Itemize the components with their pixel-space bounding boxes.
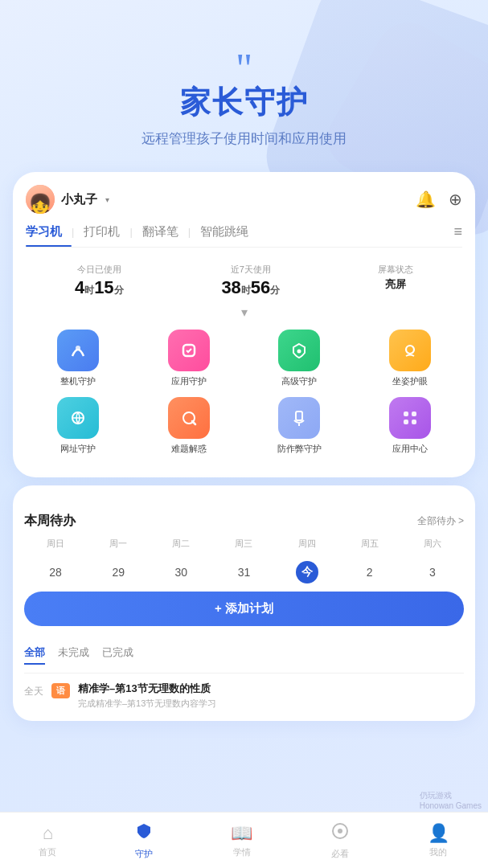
nav-home-label: 首页 xyxy=(39,846,56,858)
nav-mine-label: 我的 xyxy=(429,846,447,858)
app-wangzhi-icon xyxy=(57,397,99,439)
cal-date-today[interactable]: 今 xyxy=(296,561,318,583)
nav-mine[interactable]: 👤 我的 xyxy=(418,817,459,865)
nav-study-icon: 📖 xyxy=(231,823,252,844)
cal-date-31[interactable]: 31 xyxy=(232,561,255,583)
cal-label-wed: 周三 xyxy=(212,538,275,553)
app-zhengji-icon xyxy=(57,330,99,371)
nav-guard-icon xyxy=(134,821,154,845)
svg-point-2 xyxy=(297,350,301,354)
filter-incomplete[interactable]: 未完成 xyxy=(58,645,89,665)
app-zuozi-label: 坐姿护眼 xyxy=(392,375,428,387)
task-info: 精准学–第13节无理数的性质 完成精准学–第13节无理数内容学习 xyxy=(78,682,464,710)
dropdown-arrow-icon[interactable]: ▾ xyxy=(105,195,109,204)
tab-jumprope[interactable]: 智能跳绳 xyxy=(191,224,258,240)
task-subtitle: 完成精准学–第13节无理数内容学习 xyxy=(78,698,464,710)
task-title: 精准学–第13节无理数的性质 xyxy=(78,682,464,696)
nav-home[interactable]: ⌂ 首页 xyxy=(29,817,66,865)
app-yingyong-label: 应用守护 xyxy=(171,375,207,387)
app-zhengji-label: 整机守护 xyxy=(60,375,96,387)
app-yingyong-center[interactable]: 应用中心 xyxy=(358,397,462,455)
tab-printer[interactable]: 打印机 xyxy=(74,224,129,240)
stat-week: 近7天使用 38时56分 xyxy=(221,264,280,298)
nav-guard[interactable]: 守护 xyxy=(125,815,163,866)
profile-name: 小丸子 xyxy=(61,192,97,207)
collapse-button[interactable]: ▾ xyxy=(26,301,462,326)
screen-label: 屏幕状态 xyxy=(378,264,413,276)
task-item[interactable]: 语 精准学–第13节无理数的性质 完成精准学–第13节无理数内容学习 xyxy=(51,682,464,710)
apps-grid: 整机守护 应用守护 高级守护 坐姿护眼 网址守护 xyxy=(26,326,462,461)
cal-date-3[interactable]: 3 xyxy=(421,561,444,583)
watermark: 仍玩游戏Honowan Games xyxy=(420,790,482,810)
app-nanti[interactable]: 难题解惑 xyxy=(137,397,241,455)
nav-watch-label: 必看 xyxy=(331,848,349,860)
cal-date-30[interactable]: 30 xyxy=(170,561,192,583)
app-yingyong[interactable]: 应用守护 xyxy=(137,330,241,387)
main-card: 👧 小丸子 ▾ 🔔 ⊕ 学习机 | 打印机 | 翻译笔 | 智能跳绳 ≡ 今日已… xyxy=(13,172,475,477)
app-yingyong-icon xyxy=(168,330,210,371)
today-unit1: 时 xyxy=(84,285,94,296)
todo-section: 本周待办 全部待办 > 周日 周一 周二 周三 周四 周五 周六 28 29 3… xyxy=(13,502,475,721)
todo-title: 本周待办 xyxy=(24,513,76,530)
nav-mine-icon: 👤 xyxy=(428,823,449,844)
cal-label-sun: 周日 xyxy=(24,538,87,553)
svg-point-3 xyxy=(406,346,414,354)
profile-left[interactable]: 👧 小丸子 ▾ xyxy=(26,185,109,214)
today-mins: 15 xyxy=(94,277,113,297)
week-unit1: 时 xyxy=(241,285,251,296)
nav-study-label: 学情 xyxy=(233,846,251,858)
header-area: " 家长守护 远程管理孩子使用时间和应用使用 xyxy=(0,0,488,164)
svg-rect-13 xyxy=(412,420,416,424)
week-hours: 38 xyxy=(221,277,240,297)
app-center-icon xyxy=(389,397,431,439)
filter-complete[interactable]: 已完成 xyxy=(102,645,133,665)
week-unit2: 分 xyxy=(270,285,280,296)
add-icon[interactable]: ⊕ xyxy=(449,190,462,209)
bell-icon[interactable]: 🔔 xyxy=(416,190,436,209)
app-wangzhi[interactable]: 网址守护 xyxy=(26,397,130,455)
hamburger-icon[interactable]: ≡ xyxy=(453,223,462,240)
cal-label-fri: 周五 xyxy=(338,538,401,553)
week-label: 近7天使用 xyxy=(221,264,280,276)
today-hours: 4 xyxy=(75,277,84,297)
app-gaoji[interactable]: 高级守护 xyxy=(248,330,352,387)
app-nanti-icon xyxy=(168,397,210,439)
tab-learning-machine[interactable]: 学习机 xyxy=(26,224,72,240)
app-zhengji[interactable]: 整机守护 xyxy=(26,330,130,387)
app-gaoji-label: 高级守护 xyxy=(281,375,317,387)
cal-label-mon: 周一 xyxy=(87,538,150,553)
app-fangzuobi-label: 防作弊守护 xyxy=(277,443,322,455)
calendar-dates: 28 29 30 31 今 2 3 xyxy=(24,561,464,583)
cal-date-29[interactable]: 29 xyxy=(107,561,129,583)
nav-home-icon: ⌂ xyxy=(43,823,53,844)
screen-value: 亮屏 xyxy=(378,277,413,292)
profile-row: 👧 小丸子 ▾ 🔔 ⊕ xyxy=(26,185,462,214)
svg-point-15 xyxy=(338,829,342,833)
app-center-label: 应用中心 xyxy=(392,443,428,455)
main-title: 家长守护 xyxy=(24,82,464,123)
svg-rect-8 xyxy=(296,411,302,420)
svg-line-7 xyxy=(192,421,195,424)
app-nanti-label: 难题解惑 xyxy=(171,443,207,455)
nav-watch[interactable]: 必看 xyxy=(321,815,359,866)
today-value: 4时15分 xyxy=(75,277,124,298)
app-fangzuobi-icon xyxy=(278,397,320,439)
avatar-face: 👧 xyxy=(28,193,52,214)
sub-title: 远程管理孩子使用时间和应用使用 xyxy=(24,129,464,148)
todo-all-link[interactable]: 全部待办 > xyxy=(417,514,464,528)
app-fangzuobi[interactable]: 防作弊守护 xyxy=(248,397,352,455)
app-gaoji-icon xyxy=(278,330,320,371)
add-plan-wrapper: + 添加计划 xyxy=(24,592,464,636)
tab-translator[interactable]: 翻译笔 xyxy=(133,224,188,240)
cal-label-tue: 周二 xyxy=(150,538,212,553)
profile-icons: 🔔 ⊕ xyxy=(416,190,462,209)
app-zuozi[interactable]: 坐姿护眼 xyxy=(358,330,462,387)
add-plan-button[interactable]: + 添加计划 xyxy=(24,592,464,626)
bottom-nav: ⌂ 首页 守护 📖 学情 必看 👤 我的 xyxy=(0,812,488,868)
cal-date-28[interactable]: 28 xyxy=(44,561,67,583)
device-tabs: 学习机 | 打印机 | 翻译笔 | 智能跳绳 ≡ xyxy=(26,223,462,248)
cal-date-2[interactable]: 2 xyxy=(359,561,381,583)
filter-all[interactable]: 全部 xyxy=(24,645,45,665)
week-mins: 56 xyxy=(251,277,270,297)
nav-study[interactable]: 📖 学情 xyxy=(221,817,262,865)
